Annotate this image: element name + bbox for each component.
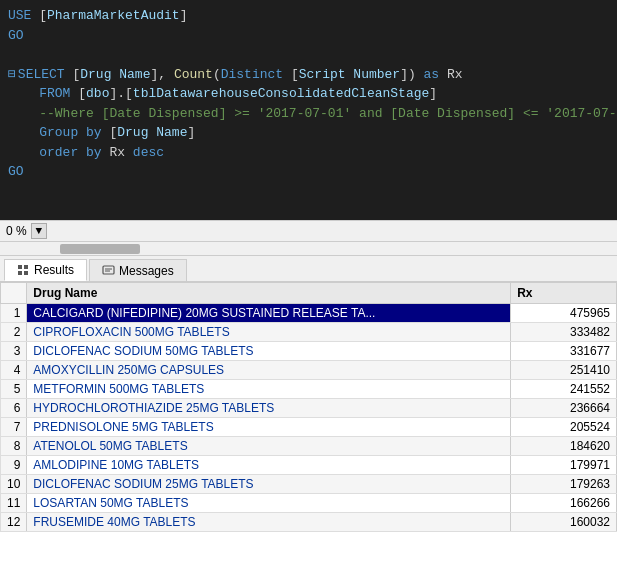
cell-drug-name: CIPROFLOXACIN 500MG TABLETS	[27, 323, 511, 342]
table-row[interactable]: 4AMOXYCILLIN 250MG CAPSULES251410	[1, 361, 617, 380]
cell-row-num: 2	[1, 323, 27, 342]
col-header-drug-name: Drug Name	[27, 283, 511, 304]
cell-drug-name: LOSARTAN 50MG TABLETS	[27, 494, 511, 513]
cell-row-num: 5	[1, 380, 27, 399]
cell-rx: 331677	[511, 342, 617, 361]
cell-drug-name: FRUSEMIDE 40MG TABLETS	[27, 513, 511, 532]
tab-results-label: Results	[34, 263, 74, 277]
horizontal-scrollbar[interactable]	[0, 242, 617, 256]
cell-drug-name: CALCIGARD (NIFEDIPINE) 20MG SUSTAINED RE…	[27, 304, 511, 323]
table-row[interactable]: 3DICLOFENAC SODIUM 50MG TABLETS331677	[1, 342, 617, 361]
tab-results[interactable]: Results	[4, 259, 87, 281]
table-row[interactable]: 5METFORMIN 500MG TABLETS241552	[1, 380, 617, 399]
cell-row-num: 12	[1, 513, 27, 532]
svg-rect-3	[24, 271, 28, 275]
tabs-bar: Results Messages	[0, 256, 617, 282]
table-row[interactable]: 8ATENOLOL 50MG TABLETS184620	[1, 437, 617, 456]
cell-row-num: 1	[1, 304, 27, 323]
table-row[interactable]: 6HYDROCHLOROTHIAZIDE 25MG TABLETS236664	[1, 399, 617, 418]
sql-line-6: --Where [Date Dispensed] >= '2017-07-01'…	[8, 104, 609, 124]
table-row[interactable]: 10DICLOFENAC SODIUM 25MG TABLETS179263	[1, 475, 617, 494]
sql-line-4: ⊟SELECT [Drug Name], Count(Distinct [Scr…	[8, 65, 609, 85]
zoom-dropdown-btn[interactable]: ▼	[31, 223, 47, 239]
tab-messages-label: Messages	[119, 264, 174, 278]
cell-drug-name: DICLOFENAC SODIUM 25MG TABLETS	[27, 475, 511, 494]
svg-rect-0	[18, 265, 22, 269]
svg-rect-1	[24, 265, 28, 269]
table-row[interactable]: 1CALCIGARD (NIFEDIPINE) 20MG SUSTAINED R…	[1, 304, 617, 323]
cell-rx: 205524	[511, 418, 617, 437]
cell-drug-name: AMOXYCILLIN 250MG CAPSULES	[27, 361, 511, 380]
hscroll-thumb[interactable]	[60, 244, 140, 254]
table-row[interactable]: 11LOSARTAN 50MG TABLETS166266	[1, 494, 617, 513]
zoom-bar: 0 % ▼	[0, 220, 617, 242]
sql-line-3	[8, 45, 609, 65]
sql-line-5: FROM [dbo].[tblDatawarehouseConsolidated…	[8, 84, 609, 104]
cell-row-num: 10	[1, 475, 27, 494]
tab-messages[interactable]: Messages	[89, 259, 187, 281]
sql-editor[interactable]: USE [PharmaMarketAudit] GO ⊟SELECT [Drug…	[0, 0, 617, 220]
cell-rx: 236664	[511, 399, 617, 418]
table-row[interactable]: 9AMLODIPINE 10MG TABLETS179971	[1, 456, 617, 475]
cell-row-num: 6	[1, 399, 27, 418]
cell-rx: 166266	[511, 494, 617, 513]
cell-rx: 241552	[511, 380, 617, 399]
cell-drug-name: METFORMIN 500MG TABLETS	[27, 380, 511, 399]
cell-rx: 475965	[511, 304, 617, 323]
table-header-row: Drug Name Rx	[1, 283, 617, 304]
results-table: Drug Name Rx 1CALCIGARD (NIFEDIPINE) 20M…	[0, 282, 617, 532]
col-header-rx: Rx	[511, 283, 617, 304]
cell-rx: 160032	[511, 513, 617, 532]
sql-line-7: Group by [Drug Name]	[8, 123, 609, 143]
cell-row-num: 8	[1, 437, 27, 456]
col-header-row-num	[1, 283, 27, 304]
cell-rx: 179971	[511, 456, 617, 475]
message-icon	[102, 264, 115, 277]
table-row[interactable]: 2CIPROFLOXACIN 500MG TABLETS333482	[1, 323, 617, 342]
table-row[interactable]: 12FRUSEMIDE 40MG TABLETS160032	[1, 513, 617, 532]
svg-rect-2	[18, 271, 22, 275]
sql-line-8: order by Rx desc	[8, 143, 609, 163]
cell-row-num: 3	[1, 342, 27, 361]
sql-line-9: GO	[8, 162, 609, 182]
svg-rect-4	[103, 266, 114, 274]
cell-rx: 251410	[511, 361, 617, 380]
table-row[interactable]: 7PREDNISOLONE 5MG TABLETS205524	[1, 418, 617, 437]
cell-drug-name: HYDROCHLOROTHIAZIDE 25MG TABLETS	[27, 399, 511, 418]
sql-line-2: GO	[8, 26, 609, 46]
cell-rx: 179263	[511, 475, 617, 494]
cell-rx: 184620	[511, 437, 617, 456]
cell-row-num: 11	[1, 494, 27, 513]
cell-row-num: 7	[1, 418, 27, 437]
results-area[interactable]: Drug Name Rx 1CALCIGARD (NIFEDIPINE) 20M…	[0, 282, 617, 574]
cell-drug-name: DICLOFENAC SODIUM 50MG TABLETS	[27, 342, 511, 361]
cell-drug-name: AMLODIPINE 10MG TABLETS	[27, 456, 511, 475]
cell-drug-name: ATENOLOL 50MG TABLETS	[27, 437, 511, 456]
cell-row-num: 9	[1, 456, 27, 475]
cell-drug-name: PREDNISOLONE 5MG TABLETS	[27, 418, 511, 437]
cell-rx: 333482	[511, 323, 617, 342]
grid-icon	[17, 264, 30, 277]
cell-row-num: 4	[1, 361, 27, 380]
sql-line-1: USE [PharmaMarketAudit]	[8, 6, 609, 26]
zoom-level: 0 %	[6, 224, 27, 238]
